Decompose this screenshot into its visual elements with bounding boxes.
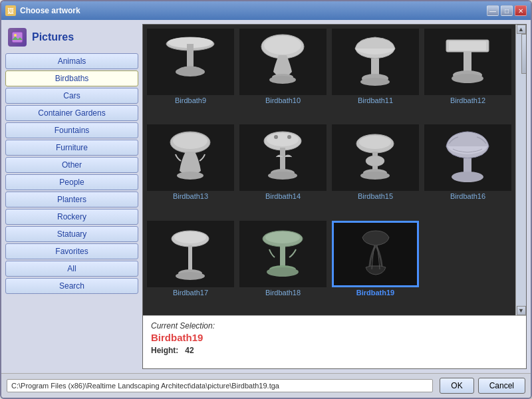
svg-point-43 bbox=[265, 231, 300, 243]
minimize-button[interactable]: — bbox=[487, 5, 499, 16]
sidebar-header: Pictures bbox=[5, 24, 138, 52]
list-item[interactable]: Birdbath19 bbox=[331, 219, 420, 313]
sidebar-item-container-gardens[interactable]: Container Gardens bbox=[5, 105, 138, 121]
title-controls: — □ ✕ bbox=[487, 5, 527, 16]
bottom-bar: C:\Program Files (x86)\Realtime Landscap… bbox=[1, 373, 531, 398]
list-item[interactable]: Birdbath18 bbox=[238, 219, 328, 313]
svg-point-23 bbox=[267, 133, 299, 146]
sidebar-item-birdbaths[interactable]: Birdbaths bbox=[5, 70, 138, 86]
selected-item-name: Birdbath19 bbox=[151, 332, 518, 343]
file-path: C:\Program Files (x86)\Realtime Landscap… bbox=[7, 379, 433, 392]
choose-artwork-window: 🖼 Choose artwork — □ ✕ Pictures A bbox=[0, 0, 532, 399]
svg-point-10 bbox=[269, 76, 296, 84]
close-button[interactable]: ✕ bbox=[515, 5, 527, 16]
svg-point-36 bbox=[452, 172, 483, 182]
image-14 bbox=[239, 124, 327, 191]
svg-point-6 bbox=[176, 67, 205, 76]
window-title: Choose artwork bbox=[20, 6, 80, 15]
sidebar-item-rockery[interactable]: Rockery bbox=[5, 209, 138, 225]
svg-point-25 bbox=[287, 135, 291, 139]
height-value: 42 bbox=[185, 346, 194, 355]
sidebar-title: Pictures bbox=[32, 31, 74, 43]
scrollbar[interactable]: ▲ ▼ bbox=[515, 25, 526, 315]
height-info: Height: 42 bbox=[151, 346, 518, 355]
image-18 bbox=[239, 221, 327, 287]
svg-point-13 bbox=[360, 78, 390, 86]
svg-rect-0 bbox=[12, 32, 23, 43]
scroll-down-button[interactable]: ▼ bbox=[517, 306, 526, 315]
image-grid: Birdbath9 Bir bbox=[143, 25, 515, 315]
svg-point-8 bbox=[264, 36, 301, 55]
image-label: Birdbath9 bbox=[175, 96, 206, 104]
svg-point-34 bbox=[360, 172, 390, 180]
svg-point-28 bbox=[268, 172, 297, 180]
sidebar-item-other[interactable]: Other bbox=[5, 157, 138, 173]
image-9 bbox=[147, 29, 234, 95]
list-item[interactable]: Birdbath17 bbox=[146, 219, 235, 313]
image-label: Birdbath17 bbox=[173, 289, 208, 297]
svg-point-20 bbox=[173, 133, 207, 149]
list-item[interactable]: Birdbath12 bbox=[423, 27, 513, 120]
cancel-button[interactable]: Cancel bbox=[478, 378, 525, 394]
list-item[interactable]: Birdbath11 bbox=[331, 27, 420, 120]
image-19 bbox=[332, 221, 419, 287]
list-item[interactable]: Birdbath16 bbox=[423, 123, 513, 216]
image-17 bbox=[147, 221, 234, 287]
title-bar: 🖼 Choose artwork — □ ✕ bbox=[1, 1, 531, 20]
sidebar-item-statuary[interactable]: Statuary bbox=[5, 226, 138, 242]
list-item[interactable]: Birdbath13 bbox=[146, 123, 235, 216]
sidebar-item-people[interactable]: People bbox=[5, 174, 138, 190]
image-label: Birdbath11 bbox=[358, 96, 393, 104]
scroll-up-button[interactable]: ▲ bbox=[517, 25, 526, 34]
image-label: Birdbath16 bbox=[450, 192, 485, 200]
image-label: Birdbath13 bbox=[173, 192, 208, 200]
image-label: Birdbath15 bbox=[358, 192, 393, 200]
image-15 bbox=[332, 124, 419, 191]
svg-point-30 bbox=[359, 136, 391, 149]
image-label: Birdbath19 bbox=[356, 289, 394, 297]
maximize-button[interactable]: □ bbox=[501, 5, 513, 16]
title-bar-left: 🖼 Choose artwork bbox=[5, 5, 80, 16]
sidebar-item-animals[interactable]: Animals bbox=[5, 53, 138, 69]
window-icon: 🖼 bbox=[5, 5, 16, 16]
svg-point-21 bbox=[177, 172, 203, 180]
image-13 bbox=[147, 124, 234, 191]
svg-rect-39 bbox=[188, 245, 192, 273]
list-item[interactable]: Birdbath15 bbox=[331, 123, 420, 216]
image-11 bbox=[332, 29, 419, 95]
svg-point-24 bbox=[274, 135, 278, 139]
current-selection-label: Current Selection: bbox=[151, 321, 518, 331]
list-item[interactable]: Birdbath10 bbox=[238, 27, 328, 120]
image-12 bbox=[424, 29, 511, 95]
image-label: Birdbath10 bbox=[265, 96, 301, 104]
svg-point-41 bbox=[176, 272, 205, 280]
sidebar-item-planters[interactable]: Planters bbox=[5, 192, 138, 207]
sidebar-item-favorites[interactable]: Favorites bbox=[5, 243, 138, 259]
svg-point-1 bbox=[14, 34, 17, 37]
image-16 bbox=[424, 124, 511, 191]
sidebar-item-all[interactable]: All bbox=[5, 261, 138, 277]
image-label: Birdbath12 bbox=[450, 96, 485, 104]
list-item[interactable]: Birdbath14 bbox=[238, 123, 328, 216]
pictures-icon bbox=[8, 28, 27, 47]
grid-scroll-area: Birdbath9 Bir bbox=[143, 25, 526, 315]
sidebar: Pictures Animals Birdbaths Cars Containe… bbox=[5, 24, 138, 369]
ok-button[interactable]: OK bbox=[440, 378, 473, 394]
height-label: Height: bbox=[151, 346, 178, 355]
image-label: Birdbath18 bbox=[265, 289, 301, 297]
content-area: Pictures Animals Birdbaths Cars Containe… bbox=[1, 20, 531, 373]
image-label: Birdbath14 bbox=[265, 192, 301, 200]
sidebar-item-furniture[interactable]: Furniture bbox=[5, 140, 138, 156]
svg-point-46 bbox=[267, 267, 299, 277]
scroll-thumb[interactable] bbox=[521, 34, 527, 74]
sidebar-item-fountains[interactable]: Fountains bbox=[5, 122, 138, 138]
main-panel: Birdbath9 Bir bbox=[142, 24, 527, 369]
image-10 bbox=[239, 29, 327, 95]
svg-point-32 bbox=[366, 156, 384, 166]
sidebar-item-search[interactable]: Search bbox=[5, 278, 138, 294]
list-item[interactable]: Birdbath9 bbox=[146, 27, 235, 120]
svg-point-38 bbox=[174, 231, 206, 243]
svg-rect-15 bbox=[449, 41, 486, 51]
sidebar-item-cars[interactable]: Cars bbox=[5, 88, 138, 104]
bottom-buttons: OK Cancel bbox=[440, 378, 525, 394]
